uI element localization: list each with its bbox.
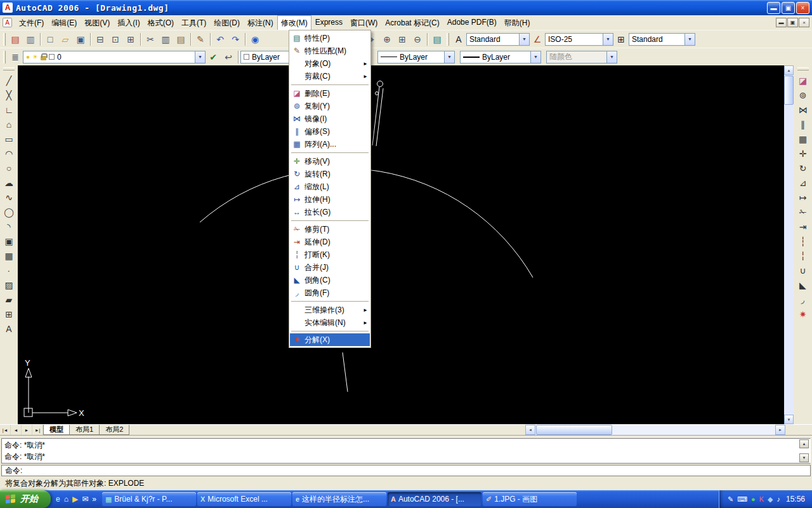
point-button[interactable]: ∙ bbox=[1, 263, 16, 277]
properties-palette-button[interactable]: ▤ bbox=[429, 32, 445, 46]
chamfer-button[interactable]: ◣ bbox=[796, 277, 811, 292]
layer-dropdown-button[interactable]: ▼ bbox=[195, 51, 205, 63]
text-style-button[interactable]: A bbox=[451, 32, 466, 46]
tab-previous-button[interactable]: ◄ bbox=[11, 425, 22, 435]
text-style-dropdown-button[interactable]: ▼ bbox=[519, 34, 529, 45]
taskbar-button-autocad[interactable]: AAutoCAD 2006 - [... bbox=[388, 492, 481, 506]
scroll-down-button[interactable]: ▼ bbox=[784, 415, 794, 424]
erase-button[interactable]: ◪ bbox=[796, 73, 811, 88]
line-button[interactable]: ╱ bbox=[1, 73, 16, 88]
linetype-combo[interactable]: ByLayer ▼ bbox=[377, 51, 455, 64]
dimension-lines[interactable] bbox=[372, 87, 383, 146]
open-button[interactable]: ▱ bbox=[58, 32, 73, 46]
lineweight-combo[interactable]: ByLayer ▼ bbox=[460, 51, 541, 64]
menu-item-offset[interactable]: ∥偏移(S) bbox=[290, 125, 370, 138]
scroll-right-button[interactable]: ► bbox=[775, 425, 785, 435]
paste-button[interactable]: ▤ bbox=[173, 32, 188, 46]
linetype-dropdown-button[interactable]: ▼ bbox=[444, 51, 454, 63]
dim-style-dropdown-button[interactable]: ▼ bbox=[603, 34, 613, 45]
toolbar-grip[interactable] bbox=[3, 51, 6, 64]
command-input[interactable]: 命令: bbox=[1, 465, 811, 476]
sheet-set-button[interactable]: ▥ bbox=[23, 32, 38, 46]
text-style-combo[interactable]: Standard ▼ bbox=[466, 33, 530, 46]
taskbar-button-paint[interactable]: ✐1.JPG - 画图 bbox=[483, 492, 577, 506]
vertical-scrollbar[interactable]: ▲ ▼ bbox=[784, 65, 794, 424]
tab-layout2[interactable]: 布局2 bbox=[99, 425, 129, 435]
insert-block-button[interactable]: ▣ bbox=[1, 234, 16, 248]
menu-item-object[interactable]: 对象(O)► bbox=[290, 57, 370, 70]
menu-item-match-properties[interactable]: ✎特性匹配(M) bbox=[290, 44, 370, 57]
menu-draw[interactable]: 绘图(D) bbox=[210, 15, 244, 30]
vertical-scroll-thumb[interactable] bbox=[784, 76, 794, 105]
menu-item-copy[interactable]: ⊚复制(Y) bbox=[290, 100, 370, 112]
horizontal-scroll-thumb[interactable] bbox=[536, 425, 612, 435]
dim-style-combo[interactable]: ISO-25 ▼ bbox=[545, 33, 613, 46]
menu-dimension[interactable]: 标注(N) bbox=[244, 15, 277, 30]
polygon-button[interactable]: ⌂ bbox=[1, 117, 16, 131]
menu-item-properties[interactable]: ▤特性(P) bbox=[290, 32, 370, 44]
menu-item-rotate[interactable]: ↻旋转(R) bbox=[290, 168, 370, 180]
show-desktop-icon[interactable]: ⌂ bbox=[64, 495, 69, 503]
menu-adobe-pdf[interactable]: Adobe PDF(B) bbox=[443, 15, 501, 30]
menu-item-clip[interactable]: 剪裁(C)► bbox=[290, 70, 370, 83]
toolbar-grip[interactable] bbox=[3, 33, 6, 46]
extend-button[interactable]: ⇥ bbox=[796, 219, 811, 234]
menu-item-join[interactable]: ∪合并(J) bbox=[290, 261, 370, 274]
command-history[interactable]: 命令: *取消* 命令: *取消* ▲ ▼ bbox=[1, 438, 811, 464]
menu-item-trim[interactable]: ✁修剪(T) bbox=[290, 223, 370, 236]
construction-line-button[interactable]: ╳ bbox=[1, 88, 16, 102]
menu-item-stretch[interactable]: ↦拉伸(H) bbox=[290, 193, 370, 206]
overflow-chevron-icon[interactable]: » bbox=[92, 495, 96, 503]
revision-cloud-button[interactable]: ☁ bbox=[1, 175, 16, 190]
make-object-layer-current-button[interactable]: ✔ bbox=[206, 50, 221, 64]
menu-item-scale[interactable]: ⊿缩放(L) bbox=[290, 180, 370, 193]
start-button[interactable]: 开始 bbox=[0, 490, 51, 508]
taskbar-button-browser[interactable]: e这样的半径标注怎... bbox=[292, 492, 386, 506]
menu-edit[interactable]: 编辑(E) bbox=[48, 15, 81, 30]
tab-layout1[interactable]: 布局1 bbox=[69, 425, 100, 435]
array-button[interactable]: ▦ bbox=[796, 131, 811, 146]
ellipse-arc-button[interactable]: ◝ bbox=[1, 219, 16, 234]
menu-item-mirror[interactable]: ⋈镜像(I) bbox=[290, 112, 370, 125]
zoom-window-button[interactable]: ⊞ bbox=[395, 32, 410, 46]
drawing-file-icon[interactable]: A bbox=[3, 18, 12, 27]
messenger-icon[interactable]: ◆ bbox=[768, 496, 773, 503]
autocad-app-icon[interactable]: A bbox=[3, 3, 13, 13]
plot-button[interactable]: ⊟ bbox=[93, 32, 108, 46]
move-button[interactable]: ✛ bbox=[796, 146, 811, 161]
menu-item-break[interactable]: ╎打断(K) bbox=[290, 248, 370, 261]
horizontal-scroll-track[interactable] bbox=[535, 425, 775, 435]
menu-item-chamfer[interactable]: ◣倒角(C) bbox=[290, 274, 370, 286]
hyperlink-button[interactable]: ◉ bbox=[247, 32, 263, 46]
menu-item-erase[interactable]: ◪删除(E) bbox=[290, 87, 370, 100]
mdi-restore-button[interactable]: ▣ bbox=[787, 18, 798, 27]
plot-preview-button[interactable]: ⊡ bbox=[108, 32, 123, 46]
antivirus-icon[interactable]: ● bbox=[751, 496, 756, 503]
new-button[interactable]: □ bbox=[43, 32, 58, 46]
internet-explorer-icon[interactable]: e bbox=[56, 495, 60, 503]
spline-button[interactable]: ∿ bbox=[1, 190, 16, 204]
drawing-canvas[interactable]: Y X ▲ ▼ bbox=[18, 65, 794, 424]
multiline-text-button[interactable]: A bbox=[1, 321, 16, 336]
menu-tools[interactable]: 工具(T) bbox=[178, 15, 210, 30]
minimize-button[interactable]: ▬ bbox=[767, 2, 780, 14]
menu-acrobat-markups[interactable]: Acrobat 标记(C) bbox=[381, 15, 443, 30]
rotate-button[interactable]: ↻ bbox=[796, 161, 811, 175]
zoom-realtime-button[interactable]: ⊕ bbox=[379, 32, 395, 46]
qnew-button[interactable]: ▤ bbox=[8, 32, 23, 46]
volume-icon[interactable]: ♪ bbox=[776, 496, 780, 503]
circle-button[interactable]: ○ bbox=[1, 161, 16, 175]
layer-on-bulb-icon[interactable]: ● bbox=[26, 54, 30, 60]
join-button[interactable]: ∪ bbox=[796, 263, 811, 277]
scale-button[interactable]: ⊿ bbox=[796, 175, 811, 190]
scroll-up-button[interactable]: ▲ bbox=[784, 65, 794, 75]
dim-style-button[interactable]: ∠ bbox=[530, 32, 545, 46]
table-style-dropdown-button[interactable]: ▼ bbox=[684, 34, 695, 45]
stretch-button[interactable]: ↦ bbox=[796, 190, 811, 204]
taskbar-button-excel[interactable]: XMicrosoft Excel ... bbox=[197, 492, 291, 506]
trim-button[interactable]: ✁ bbox=[796, 204, 811, 219]
fillet-button[interactable]: ◞ bbox=[796, 292, 811, 307]
layer-combo[interactable]: ● ☀ 0 ▼ bbox=[23, 51, 206, 64]
menu-item-solid-editing[interactable]: 实体编辑(N)► bbox=[290, 316, 370, 329]
taskbar-clock[interactable]: 15:56 bbox=[786, 495, 805, 504]
